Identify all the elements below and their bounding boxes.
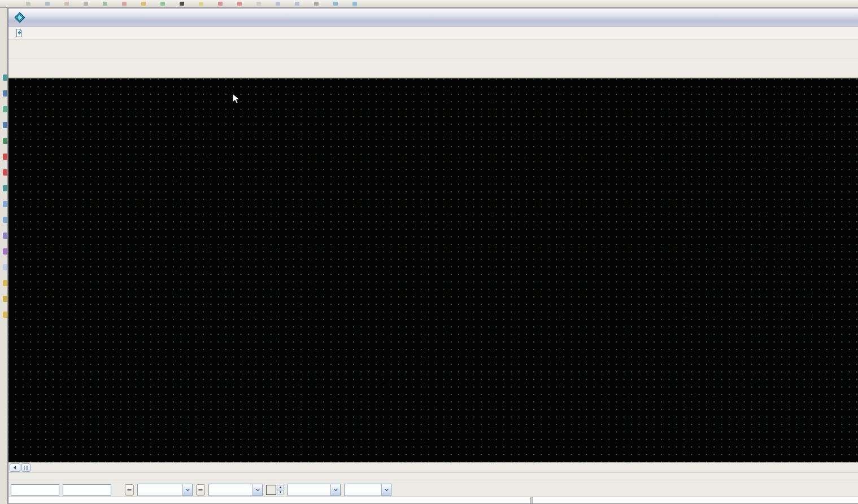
background-icon [160, 2, 165, 6]
desktop-icon [3, 122, 8, 128]
macro-button[interactable] [196, 484, 205, 496]
background-icon [26, 2, 31, 6]
background-app-strip [0, 0, 858, 8]
y-coordinate-field[interactable] [63, 484, 111, 496]
menu-bar [8, 27, 858, 40]
route-toolbar [8, 59, 858, 78]
desktop-icon [3, 169, 8, 176]
background-icon [84, 2, 88, 6]
background-icon [295, 2, 299, 6]
background-desktop-strip [0, 8, 8, 504]
chevron-down-icon[interactable] [381, 484, 391, 496]
prompt-bar: ▲ ▼ [8, 482, 858, 497]
background-icon [141, 2, 146, 6]
background-icon [180, 2, 184, 6]
horizontal-scrollbar [8, 462, 858, 472]
pcad-logo-icon [13, 11, 27, 24]
scrollbar-thumb[interactable] [21, 463, 31, 472]
background-icon [199, 2, 203, 6]
grid-spacing-dropdown[interactable] [137, 484, 193, 496]
background-icon [64, 2, 69, 6]
chevron-down-icon[interactable] [252, 484, 262, 496]
desktop-icon [3, 248, 8, 255]
title-bar[interactable] [8, 8, 858, 27]
x-coordinate-field[interactable] [11, 484, 59, 496]
desktop-icon [3, 312, 8, 318]
desktop-icon [3, 201, 8, 207]
line-width-dropdown[interactable] [288, 484, 341, 496]
background-icon [237, 2, 242, 6]
desktop-icon [3, 74, 8, 81]
chevron-down-icon[interactable] [330, 484, 340, 496]
desktop-icon [3, 296, 8, 302]
main-toolbar [8, 40, 858, 59]
background-icon [276, 2, 280, 6]
desktop-icon [3, 280, 8, 286]
spinner-up-icon[interactable]: ▲ [277, 485, 284, 489]
desktop-icon [3, 233, 8, 239]
desktop-icon [3, 138, 8, 144]
resize-divider[interactable] [530, 497, 533, 503]
status-hint-bar [8, 472, 858, 482]
desktop-icon [3, 185, 8, 191]
spinner-down-icon[interactable]: ▼ [277, 490, 284, 494]
pcad-window: ▲ ▼ [8, 8, 858, 504]
abs-mode-button[interactable] [125, 484, 134, 496]
desktop-icon [3, 154, 8, 160]
document-icon[interactable] [12, 26, 25, 40]
chevron-down-icon[interactable] [182, 484, 192, 496]
background-icon [122, 2, 127, 6]
net-dropdown[interactable] [344, 484, 391, 496]
layer-color-swatch[interactable] [266, 485, 276, 495]
scroll-left-button[interactable] [10, 463, 20, 472]
background-icon [333, 2, 338, 6]
background-icon [45, 2, 50, 6]
window-bottom-edge [8, 497, 858, 503]
background-icon [256, 2, 261, 6]
desktop-icon [3, 217, 8, 223]
background-icon [218, 2, 223, 6]
desktop-icon [3, 264, 8, 270]
layer-spinner: ▲ ▼ [277, 485, 284, 494]
background-icon [352, 2, 357, 6]
desktop-icon [3, 90, 8, 97]
layer-dropdown[interactable] [208, 484, 263, 496]
mouse-cursor [232, 94, 241, 107]
background-icon [314, 2, 319, 6]
desktop-icon [3, 106, 8, 112]
pcb-artwork [8, 78, 178, 163]
background-icon [103, 2, 107, 6]
pcb-canvas[interactable] [8, 78, 858, 462]
